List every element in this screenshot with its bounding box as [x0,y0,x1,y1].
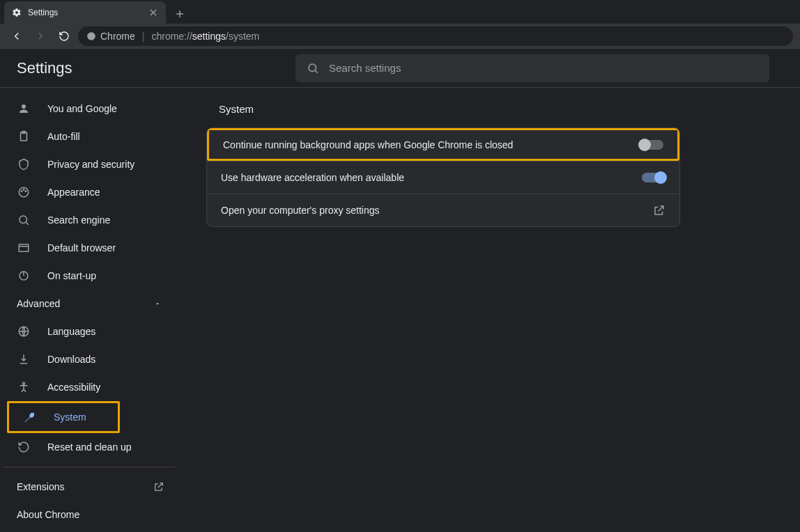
row-hardware-acceleration[interactable]: Use hardware acceleration when available [207,161,679,194]
system-card: Continue running background apps when Go… [206,127,680,227]
download-icon [17,352,31,366]
new-tab-button[interactable] [170,4,190,24]
sidebar-advanced-toggle[interactable]: Advanced [3,290,176,318]
sidebar-item-default-browser[interactable]: Default browser [3,234,176,262]
sidebar-item-label: Search engine [47,214,110,226]
svg-point-4 [87,32,95,40]
sidebar-item-you-and-google[interactable]: You and Google [3,95,176,123]
sidebar-divider [3,467,176,467]
sidebar-item-label: Accessibility [47,382,100,393]
sidebar-item-label: On start-up [47,270,96,281]
sidebar-item-appearance[interactable]: Appearance [3,178,176,206]
row-label: Use hardware acceleration when available [221,172,404,183]
site-chip: Chrome [86,31,135,42]
sidebar-advanced-label: Advanced [17,298,60,309]
svg-point-12 [23,189,24,191]
sidebar-item-languages[interactable]: Languages [3,318,176,345]
restore-icon [17,440,31,454]
sidebar-item-search-engine[interactable]: Search engine [3,206,176,234]
power-icon [17,269,31,283]
search-settings[interactable] [295,54,769,82]
sidebar-item-label: System [54,412,86,423]
sidebar-item-extensions[interactable]: Extensions [3,473,176,501]
settings-header: Settings [0,49,800,88]
svg-point-7 [22,104,26,109]
toggle-background-apps[interactable] [640,140,663,150]
svg-rect-16 [19,244,29,252]
browser-icon [17,241,31,255]
back-button[interactable] [7,26,26,46]
sidebar: You and Google Auto-fill Privacy and sec… [0,88,178,532]
reload-button[interactable] [54,26,74,46]
wrench-icon [23,410,37,424]
row-background-apps[interactable]: Continue running background apps when Go… [207,128,679,161]
svg-point-23 [23,382,25,384]
site-chip-label: Chrome [100,31,135,42]
close-icon[interactable] [148,7,159,18]
tab-strip: Settings [0,0,800,24]
sidebar-item-label: Extensions [17,481,64,492]
svg-point-11 [21,191,22,192]
omnibox-separator: | [142,31,145,42]
chevron-up-icon [153,299,162,308]
svg-point-14 [20,216,27,224]
sidebar-item-privacy[interactable]: Privacy and security [3,150,176,178]
row-proxy-settings[interactable]: Open your computer's proxy settings [207,194,679,226]
omnibox[interactable]: Chrome | chrome://settings/system [78,26,793,46]
sidebar-item-system[interactable]: System [9,403,118,431]
accessibility-icon [17,380,31,394]
tab-title: Settings [28,8,142,17]
sidebar-item-label: Default browser [47,242,116,253]
clipboard-icon [17,130,31,143]
sidebar-item-label: You and Google [47,103,117,114]
sidebar-item-about[interactable]: About Chrome [3,501,176,529]
search-icon [307,62,319,75]
search-icon [17,213,31,227]
person-icon [17,102,31,116]
sidebar-item-label: Appearance [47,187,100,198]
browser-tab[interactable]: Settings [4,1,166,24]
svg-line-6 [315,70,317,72]
svg-point-13 [25,191,26,192]
sidebar-item-label: Auto-fill [47,131,80,142]
search-input[interactable] [329,62,758,74]
svg-line-15 [26,222,28,224]
globe-icon [17,324,31,338]
section-title: System [219,103,772,115]
browser-toolbar: Chrome | chrome://settings/system [0,24,800,49]
sidebar-item-accessibility[interactable]: Accessibility [3,373,176,401]
gear-icon [11,7,22,18]
open-external-icon [153,481,164,492]
sidebar-item-label: Reset and clean up [47,441,132,453]
sidebar-item-reset[interactable]: Reset and clean up [3,433,176,461]
open-external-icon [653,204,666,217]
sidebar-item-label: Languages [47,326,95,337]
row-label: Open your computer's proxy settings [221,205,380,216]
sidebar-item-label: Privacy and security [47,159,134,170]
omnibox-url: chrome://settings/system [151,31,259,42]
forward-button[interactable] [31,26,50,46]
main-content: System Continue running background apps … [178,88,800,532]
sidebar-item-label: About Chrome [17,509,79,520]
svg-point-5 [309,64,316,72]
row-label: Continue running background apps when Go… [223,139,513,150]
palette-icon [17,185,31,199]
toggle-hardware-acceleration[interactable] [642,173,666,182]
sidebar-item-label: Downloads [47,354,95,365]
sidebar-item-autofill[interactable]: Auto-fill [3,123,176,150]
page-title: Settings [17,59,295,77]
shield-icon [17,157,31,171]
sidebar-item-on-startup[interactable]: On start-up [3,262,176,290]
sidebar-item-downloads[interactable]: Downloads [3,345,176,373]
